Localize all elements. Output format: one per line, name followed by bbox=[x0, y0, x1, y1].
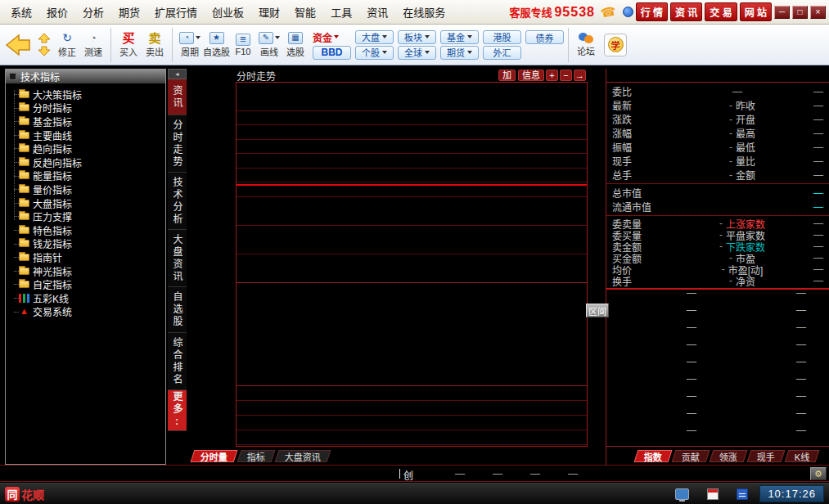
status-index-label[interactable]: 创 bbox=[403, 468, 413, 482]
range-button[interactable]: 区间 bbox=[586, 304, 609, 317]
tab-kline[interactable]: K线 bbox=[785, 450, 820, 462]
quote-value: - bbox=[665, 169, 736, 181]
maximize-button[interactable]: □ bbox=[792, 6, 808, 19]
funds-button[interactable]: 资金 bbox=[313, 30, 351, 44]
sidebar-item[interactable]: 压力支撑 bbox=[6, 209, 165, 223]
info-button[interactable]: 信息 bbox=[518, 70, 544, 81]
vtab-market-news[interactable]: 大盘资讯 bbox=[168, 230, 187, 287]
buy-button[interactable]: 买 买入 bbox=[115, 32, 142, 58]
menu-tools[interactable]: 工具 bbox=[323, 4, 359, 20]
settings-wrench-button[interactable]: ⚙ bbox=[810, 467, 827, 480]
sidebar-item[interactable]: 反趋向指标 bbox=[6, 155, 165, 169]
sell-button[interactable]: 卖 卖出 bbox=[142, 32, 168, 58]
menu-online-service[interactable]: 在线服务 bbox=[395, 4, 453, 20]
tab-indicator[interactable]: 指标 bbox=[237, 450, 276, 462]
period-button[interactable]: ◔ 周期 bbox=[177, 32, 203, 58]
bbd-button[interactable]: BBD bbox=[313, 46, 351, 60]
page-up-button[interactable] bbox=[38, 33, 51, 43]
forex-button[interactable]: 外汇 bbox=[483, 46, 521, 60]
stock-dropdown[interactable]: 个股 bbox=[355, 46, 394, 60]
fund-dropdown[interactable]: 基金 bbox=[440, 30, 479, 44]
sidebar-item[interactable]: 大决策指标 bbox=[6, 88, 165, 101]
page-down-button[interactable] bbox=[38, 46, 51, 56]
tab-current-hand[interactable]: 现手 bbox=[747, 450, 786, 462]
quick-link-quotes[interactable]: 行 情 bbox=[636, 2, 668, 21]
zoom-in-icon[interactable]: + bbox=[546, 70, 558, 81]
sidebar-item[interactable]: 大盘指标 bbox=[6, 196, 165, 210]
sidebar-item[interactable]: 量价指标 bbox=[6, 182, 165, 196]
sidebar-item[interactable]: ▲交易系统 bbox=[6, 305, 165, 319]
quick-link-news[interactable]: 资 讯 bbox=[670, 2, 702, 21]
tab-contribution[interactable]: 贡献 bbox=[672, 450, 710, 462]
forum-button[interactable]: 论坛 bbox=[573, 32, 599, 57]
tab-leaders[interactable]: 领涨 bbox=[710, 450, 748, 462]
market-dropdown[interactable]: 大盘 bbox=[355, 30, 394, 44]
futures-dropdown[interactable]: 期货 bbox=[440, 46, 479, 60]
back-button[interactable] bbox=[5, 32, 31, 58]
close-button[interactable]: × bbox=[810, 6, 826, 19]
minimize-button[interactable]: ─ bbox=[774, 6, 790, 19]
menu-smart[interactable]: 智能 bbox=[287, 4, 323, 20]
futures-label: 期货 bbox=[447, 46, 465, 59]
cell-value: — bbox=[696, 304, 829, 316]
sidebar-item[interactable]: 分时指标 bbox=[6, 101, 165, 115]
sidebar-item[interactable]: 主要曲线 bbox=[6, 128, 165, 142]
vtab-watchlist[interactable]: 自选股 bbox=[168, 287, 187, 333]
vtab-more[interactable]: 更多: bbox=[168, 390, 187, 431]
vtab-ranking[interactable]: 综合排名 bbox=[168, 333, 187, 390]
notebook-icon[interactable] bbox=[737, 488, 748, 500]
tab-index[interactable]: 指数 bbox=[634, 450, 673, 462]
sidebar-item[interactable]: 能量指标 bbox=[6, 169, 165, 183]
quote-value: — bbox=[755, 169, 823, 181]
quick-link-trade[interactable]: 交 易 bbox=[705, 2, 737, 21]
quote-table: 委比 — — 最新 - 昨收 — 涨跌 - 开盘 — 涨幅 - 最高 — 振幅 … bbox=[606, 82, 829, 291]
app-logo-icon[interactable]: 同 bbox=[5, 487, 20, 502]
menu-quotes[interactable]: 报价 bbox=[39, 4, 75, 20]
watchlist-button[interactable]: ★ 自选股 bbox=[203, 32, 230, 58]
fix-button[interactable]: ↻ 修正 bbox=[54, 32, 80, 58]
quote-value: - bbox=[665, 155, 736, 167]
menu-news[interactable]: 资讯 bbox=[359, 4, 395, 20]
sidebar-item[interactable]: 特色指标 bbox=[6, 223, 165, 237]
sidebar-item[interactable]: 基金指标 bbox=[6, 115, 165, 128]
add-button[interactable]: 加 bbox=[498, 70, 516, 81]
sell-label: 卖出 bbox=[146, 45, 164, 58]
monitor-icon[interactable] bbox=[675, 488, 689, 500]
zoom-out-icon[interactable]: − bbox=[560, 70, 572, 81]
sidebar-item[interactable]: 神光指标 bbox=[6, 264, 165, 278]
clock-icon: ◔ bbox=[86, 32, 101, 44]
bond-button[interactable]: 债券 bbox=[525, 30, 564, 44]
calendar-icon[interactable] bbox=[707, 488, 719, 500]
sidebar-item[interactable]: 趋向指标 bbox=[6, 142, 165, 155]
vtab-technical[interactable]: 技术分析 bbox=[168, 173, 187, 230]
sidebar-item[interactable]: 自定指标 bbox=[6, 277, 165, 291]
menu-system[interactable]: 系统 bbox=[3, 4, 39, 20]
global-dropdown[interactable]: 全球 bbox=[398, 46, 436, 60]
sidebar-item[interactable]: 五彩K线 bbox=[6, 291, 165, 305]
stock-pick-button[interactable]: ▦ 选股 bbox=[282, 32, 309, 58]
sidebar-item-label: 大盘指标 bbox=[33, 196, 72, 210]
draw-line-button[interactable]: ✎ 画线 bbox=[256, 32, 282, 58]
learn-button[interactable]: 学 bbox=[604, 34, 627, 56]
collapse-panel-icon[interactable]: ◄ bbox=[168, 69, 187, 79]
weibi-value2: — bbox=[746, 86, 823, 97]
sidebar-item[interactable]: 钱龙指标 bbox=[6, 237, 165, 251]
menu-analysis[interactable]: 分析 bbox=[75, 4, 111, 20]
folder-icon bbox=[19, 159, 29, 166]
vtab-news[interactable]: 资讯 bbox=[168, 79, 187, 115]
tab-market-news[interactable]: 大盘资讯 bbox=[275, 450, 331, 462]
speed-test-button[interactable]: ◔ 测速 bbox=[80, 32, 106, 58]
f10-button[interactable]: ≣ F10 bbox=[230, 34, 256, 56]
jump-right-icon[interactable]: → bbox=[574, 70, 586, 81]
tab-volume[interactable]: 分时量 bbox=[191, 450, 238, 462]
sector-dropdown[interactable]: 板块 bbox=[398, 30, 436, 44]
menu-futures[interactable]: 期货 bbox=[111, 4, 147, 20]
menu-gem-board[interactable]: 创业板 bbox=[205, 4, 251, 20]
vtab-intraday[interactable]: 分时走势 bbox=[168, 115, 187, 173]
hk-stocks-button[interactable]: 港股 bbox=[483, 30, 521, 44]
menu-extended-quotes[interactable]: 扩展行情 bbox=[147, 4, 205, 20]
sidebar-item[interactable]: 指南针 bbox=[6, 250, 165, 264]
quick-link-website[interactable]: 网 站 bbox=[740, 2, 772, 21]
intraday-chart[interactable] bbox=[236, 82, 588, 447]
menu-wealth[interactable]: 理财 bbox=[251, 4, 287, 20]
